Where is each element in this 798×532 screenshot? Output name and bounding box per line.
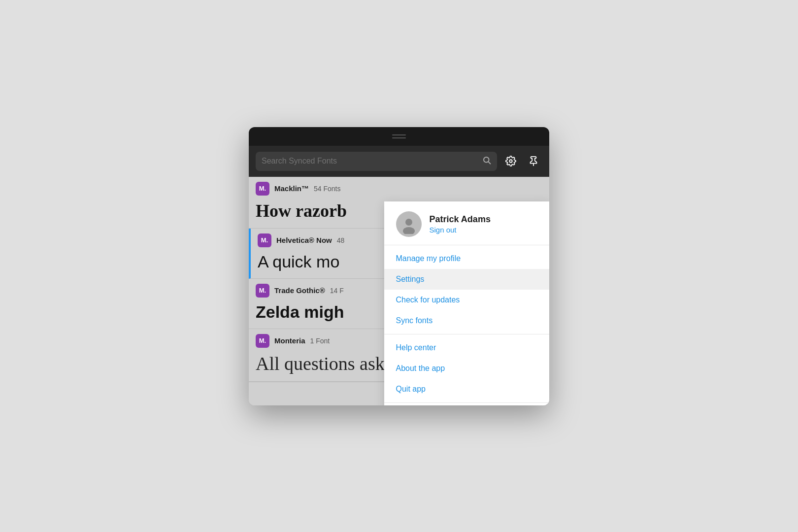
search-icon — [482, 156, 491, 167]
font-list: M. Macklin™ 54 Fonts How razorb M. Helve… — [249, 177, 549, 382]
menu-section-help: Help center About the app Quit app — [384, 334, 550, 403]
user-name: Patrick Adams — [430, 214, 491, 225]
font-badge: M. — [256, 182, 269, 196]
dropdown-overlay: Patrick Adams Sign out Manage my profile… — [384, 177, 550, 382]
title-bar — [249, 127, 549, 146]
menu-section-profile: Manage my profile Settings Check for upd… — [384, 245, 550, 334]
font-count: 14 F — [330, 287, 344, 295]
check-updates-button[interactable]: Check for updates — [384, 290, 550, 310]
manage-profile-button[interactable]: Manage my profile — [384, 248, 550, 269]
svg-point-5 — [405, 219, 412, 226]
font-badge: M. — [258, 233, 271, 247]
search-bar[interactable] — [256, 152, 497, 171]
font-name: Helvetica® Now — [276, 236, 332, 244]
title-bar-lines — [392, 134, 406, 138]
user-section: Patrick Adams Sign out — [384, 201, 550, 245]
font-count: 1 Font — [310, 337, 330, 345]
pin-icon — [528, 156, 539, 166]
gear-icon — [505, 156, 516, 166]
dropdown-menu: Patrick Adams Sign out Manage my profile… — [384, 201, 550, 405]
sign-out-link[interactable]: Sign out — [430, 226, 491, 234]
font-name: Trade Gothic® — [274, 286, 325, 295]
avatar — [396, 211, 422, 237]
sync-fonts-button[interactable]: Sync fonts — [384, 310, 550, 331]
svg-point-2 — [509, 160, 512, 163]
pin-button[interactable] — [525, 152, 542, 170]
settings-button[interactable] — [502, 152, 520, 170]
app-window: M. Macklin™ 54 Fonts How razorb M. Helve… — [249, 127, 549, 405]
search-input[interactable] — [262, 157, 478, 166]
font-count: 54 Fonts — [314, 185, 340, 193]
about-app-button[interactable]: About the app — [384, 358, 550, 379]
header — [249, 146, 549, 177]
font-count: 48 — [337, 236, 345, 244]
settings-menu-button[interactable]: Settings — [384, 269, 550, 290]
font-badge: M. — [256, 284, 269, 298]
svg-line-1 — [488, 162, 490, 164]
font-badge: M. — [256, 334, 269, 348]
font-name: Macklin™ — [274, 184, 309, 193]
open-browser-section: Open in browser — [384, 403, 550, 405]
user-info: Patrick Adams Sign out — [430, 214, 491, 234]
font-name: Monteria — [274, 336, 305, 345]
help-center-button[interactable]: Help center — [384, 337, 550, 358]
quit-app-button[interactable]: Quit app — [384, 379, 550, 399]
